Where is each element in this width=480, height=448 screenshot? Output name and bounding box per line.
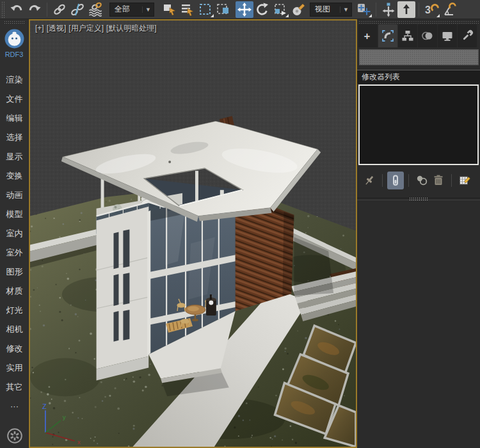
command-panel-grip[interactable] [358,20,479,24]
trash-icon [431,173,445,188]
stack-toolbar [357,171,480,190]
rotate-icon [255,2,270,17]
viewport-user-menu[interactable]: [用户定义] [68,24,104,33]
tab-hierarchy[interactable] [398,24,417,47]
perspective-viewport[interactable]: Z x y [+][透视][用户定义][默认明暗处理] [29,19,357,448]
stack-toolbar-separator [382,174,383,187]
pushpin-icon [362,173,376,188]
sidebar-item-file[interactable]: 文件 [0,90,29,109]
sidebar-item-interior[interactable]: 室内 [0,224,29,243]
select-link-button[interactable] [51,1,68,18]
sidebar-item-transform[interactable]: 变换 [0,166,29,186]
modifier-stack-list[interactable] [358,84,479,165]
make-unique-button[interactable] [413,172,430,189]
redo-icon [27,2,42,17]
sidebar-logo-label: RDF3 [0,51,28,58]
axis-x-label: x [77,438,81,445]
angle-snap-toggle-button[interactable] [440,1,458,18]
select-cursor-icon [162,2,177,17]
command-panel-tabs: + [358,24,480,47]
sidebar-item-edit[interactable]: 编辑 [0,109,29,128]
manipulate-icon [381,2,396,17]
configure-modifier-sets-button[interactable] [456,172,473,189]
sidebar-item-exterior[interactable]: 室外 [0,243,29,262]
rdf3-logo-icon[interactable] [4,29,24,49]
toolbar-drag-grip[interactable] [1,1,5,18]
create-plus-icon: + [362,29,374,42]
viewport-shading-menu[interactable]: [默认明暗处理] [106,24,157,33]
tab-modify[interactable] [378,24,397,47]
bind-to-spacewarp-button[interactable] [86,1,104,18]
tab-display[interactable] [438,24,457,47]
selection-filter-dropdown[interactable]: 全部 ▼ [109,3,154,17]
reference-coordinate-dropdown[interactable]: 视图 ▼ [310,3,352,17]
sidebar-item-animation[interactable]: 动画 [0,186,29,205]
scene-3d: Z x y [30,20,356,447]
sidebar-item-more[interactable]: ··· [0,397,29,416]
main-toolbar: 全部 ▼ 视图 ▼ [0,0,480,19]
sidebar-item-shape[interactable]: 图形 [0,262,29,282]
panel-splitter[interactable] [357,198,480,200]
selection-region-dropdown-button[interactable] [196,1,214,18]
window-crossing-toggle-button[interactable] [214,1,232,18]
tab-motion[interactable] [418,24,437,47]
hierarchy-icon [401,29,414,42]
sidebar-item-utility[interactable]: 实用 [0,358,29,378]
unlink-selection-button[interactable] [68,1,86,18]
viewport-plus-menu[interactable]: [+] [35,24,44,33]
sidebar-drag-grip[interactable] [4,20,24,24]
keyboard-override-toggle-button[interactable] [397,1,415,18]
select-by-name-button[interactable] [179,1,196,18]
toolbar-separator [376,3,376,17]
sidebar-item-light[interactable]: 灯光 [0,301,29,320]
settings-gear-icon[interactable] [6,428,23,444]
modifier-list-label: 修改器列表 [362,72,400,81]
axis-z-label: Z [42,403,47,410]
snap-3d-toggle-button[interactable]: 3 [422,1,440,18]
snap-3-glyph: 3 [425,4,431,15]
tower-wall [97,207,149,381]
selection-filter-value: 全部 [115,4,137,15]
link-icon [52,2,67,17]
configure-sets-icon [458,173,472,188]
modifier-list-dropdown[interactable]: 修改器列表 [357,70,480,84]
tab-create[interactable]: + [358,24,378,47]
motion-icon [421,29,434,42]
sidebar-item-other[interactable]: 其它 [0,378,29,397]
sidebar-menu: 渲染文件编辑选择显示变换动画模型室内室外图形材质灯光相机修改实用其它··· [0,70,29,416]
sidebar-item-modify[interactable]: 修改 [0,339,29,358]
select-by-name-icon [180,2,195,17]
undo-button[interactable] [8,1,26,18]
select-and-rotate-button[interactable] [253,1,271,18]
select-and-scale-button[interactable] [271,1,289,18]
axis-y-label: y [63,413,66,420]
sidebar-item-display[interactable]: 显示 [0,147,29,166]
splitter-grip-dots [409,197,428,201]
select-object-button[interactable] [161,1,179,18]
sidebar-item-render[interactable]: 渲染 [0,70,29,90]
tab-utilities[interactable] [458,24,477,47]
select-and-manipulate-button[interactable] [380,1,397,18]
viewport-pov-menu[interactable]: [透视] [47,24,67,33]
pin-stack-button[interactable] [361,172,378,189]
remove-modifier-button[interactable] [430,172,447,189]
make-unique-icon [415,173,429,188]
command-panel: + [357,19,480,448]
object-name-field[interactable] [359,49,479,65]
toolbar-separator [47,3,47,17]
utilities-wrench-icon [461,29,474,42]
stack-toolbar-separator [408,174,409,187]
select-and-move-button[interactable] [236,1,253,18]
show-end-result-button[interactable] [387,172,404,189]
use-pivot-center-button[interactable] [355,1,372,18]
sidebar-item-select[interactable]: 选择 [0,128,29,147]
unlink-icon [70,2,85,17]
sidebar-item-material[interactable]: 材质 [0,282,29,301]
sidebar-item-model[interactable]: 模型 [0,205,29,224]
select-and-place-button[interactable] [289,1,307,18]
redo-button[interactable] [26,1,44,18]
sidebar-item-camera[interactable]: 相机 [0,320,29,339]
angle-snap-icon [442,2,457,17]
flyout-corner [369,14,372,17]
up-arrow-icon [399,2,414,17]
